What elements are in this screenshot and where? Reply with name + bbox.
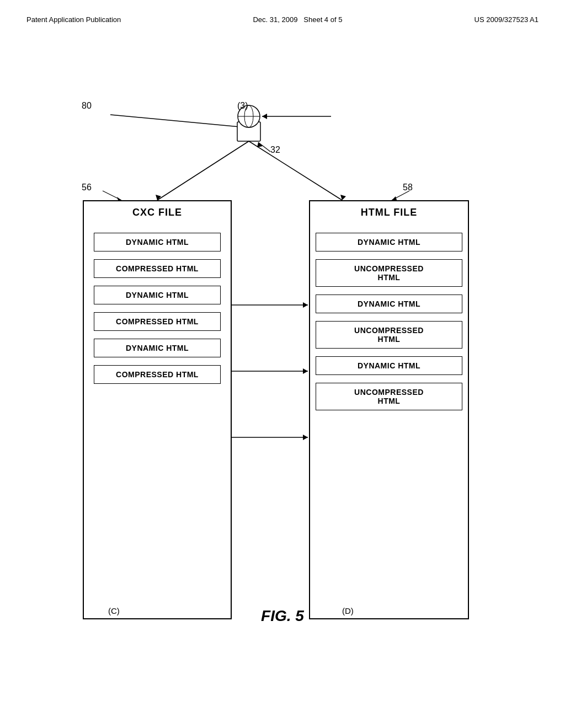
svg-line-8 — [157, 141, 249, 200]
html-dynamic-html-3: DYNAMIC HTML — [316, 356, 462, 375]
svg-rect-2 — [237, 122, 260, 141]
html-dynamic-html-1: DYNAMIC HTML — [316, 233, 462, 251]
svg-marker-1 — [241, 125, 246, 130]
header-right: US 2009/327523 A1 — [475, 15, 539, 24]
figure-label: FIG. 5 — [261, 607, 304, 625]
label-80: 80 — [82, 101, 92, 111]
sheet-number: Sheet 4 of 5 — [303, 15, 342, 24]
label-c: (C) — [108, 606, 120, 615]
svg-marker-17 — [303, 435, 308, 440]
cxc-dynamic-html-3: DYNAMIC HTML — [94, 339, 221, 357]
svg-marker-13 — [303, 302, 308, 308]
html-title: HTML FILE — [310, 201, 468, 225]
svg-marker-7 — [262, 114, 267, 119]
svg-line-10 — [249, 141, 342, 200]
svg-line-18 — [103, 191, 121, 200]
label-3: (3) — [237, 101, 248, 111]
cxc-title: CXC FILE — [84, 201, 231, 225]
cxc-compressed-html-1: COMPRESSED HTML — [94, 259, 221, 278]
page-header: Patent Application Publication Dec. 31, … — [0, 0, 565, 24]
cxc-compressed-html-2: COMPRESSED HTML — [94, 312, 221, 331]
html-uncompressed-3: UNCOMPRESSEDHTML — [316, 383, 462, 410]
html-uncompressed-2: UNCOMPRESSEDHTML — [316, 321, 462, 349]
publication-label: Patent Application Publication — [26, 15, 121, 24]
cxc-dynamic-html-1: DYNAMIC HTML — [94, 233, 221, 251]
label-56: 56 — [82, 183, 92, 192]
label-32: 32 — [270, 145, 280, 155]
svg-marker-15 — [303, 368, 308, 374]
label-d: (D) — [342, 606, 354, 615]
cxc-dynamic-html-2: DYNAMIC HTML — [94, 286, 221, 304]
patent-number: US 2009/327523 A1 — [475, 15, 539, 24]
header-left: Patent Application Publication — [26, 15, 121, 24]
svg-marker-11 — [340, 195, 346, 200]
svg-marker-9 — [156, 195, 161, 200]
publication-date: Dec. 31, 2009 — [253, 15, 297, 24]
html-dynamic-html-2: DYNAMIC HTML — [316, 295, 462, 313]
label-58: 58 — [403, 183, 413, 192]
cxc-file-box: CXC FILE DYNAMIC HTML COMPRESSED HTML DY… — [83, 200, 232, 619]
svg-line-0 — [110, 115, 246, 127]
diagram-area: 80 (3) 32 56 58 CXC FILE DYNAMIC HTML CO… — [0, 35, 565, 697]
html-file-box: HTML FILE DYNAMIC HTML UNCOMPRESSEDHTML … — [309, 200, 469, 619]
header-center: Dec. 31, 2009 Sheet 4 of 5 — [253, 15, 342, 24]
svg-marker-23 — [257, 142, 263, 147]
html-uncompressed-1: UNCOMPRESSEDHTML — [316, 259, 462, 287]
cxc-compressed-html-3: COMPRESSED HTML — [94, 365, 221, 384]
svg-line-22 — [258, 142, 270, 152]
